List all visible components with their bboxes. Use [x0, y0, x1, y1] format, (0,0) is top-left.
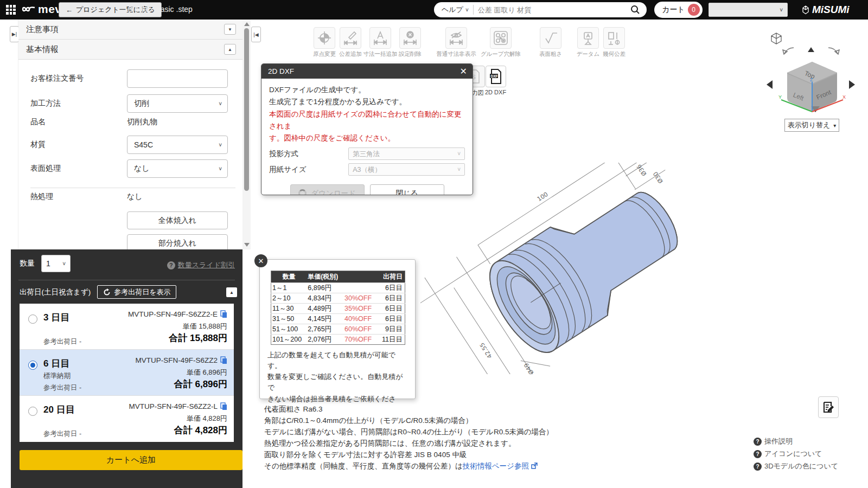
price-note: 上記の数量を超えても自動見積が可能です。 数量を変更しご確認ください。自動見積が…	[267, 350, 410, 415]
eye-slash-dimension-icon	[449, 31, 463, 45]
svg-text:Ø30: Ø30	[652, 170, 665, 184]
svg-text:Y: Y	[778, 94, 782, 100]
tool-origin-change[interactable]: 原点変更	[311, 27, 337, 58]
download-button-disabled: ダウンロード	[290, 184, 365, 195]
copy-icon[interactable]	[220, 402, 227, 410]
heat-partial-wrap: 部分焼入れ	[127, 234, 228, 249]
close-icon[interactable]: ✕	[460, 66, 467, 76]
help-scope-select[interactable]: ヘルプ ˅	[434, 5, 474, 15]
method-select[interactable]: 切削 ˅	[127, 94, 228, 113]
radio-selected[interactable]	[28, 361, 37, 370]
top-bar: meviy ← プロジェクト一覧に戻る 10_FAtp_basic .step …	[0, 0, 868, 20]
isometric-view-icon[interactable]	[770, 33, 782, 44]
dxf-dialog: 2D DXF ✕ DXFファイルの生成中です。 生成完了まで1分程度かかる見込み…	[261, 63, 473, 195]
question-icon: ?	[754, 450, 762, 458]
ship-option-6day[interactable]: 6 日目 標準納期 参考出荷日 - MVTUP-SFN-49F-S6ZZ2 単価…	[20, 350, 234, 396]
close-icon[interactable]: ✕	[254, 254, 267, 267]
notice-expand-button[interactable]: ▼	[224, 24, 236, 35]
view-switch-button[interactable]: 表示切り替え ▾	[784, 119, 839, 132]
divider	[18, 280, 235, 280]
datum-icon	[581, 31, 595, 45]
collapse-panel-button[interactable]: |◀	[251, 27, 261, 42]
heat-partial-button[interactable]: 部分焼入れ	[127, 234, 228, 249]
tool-group-hole-release[interactable]: グループ穴解除	[477, 27, 524, 58]
edit-note-button[interactable]	[818, 396, 839, 418]
paper-size-row: 用紙サイズ A3（横） ˅	[269, 163, 465, 176]
surface-select[interactable]: なし ˅	[127, 159, 228, 178]
panel-scrollbar[interactable]	[242, 20, 251, 249]
dxf-warning: 本図面の尺度は用紙サイズの図枠に合わせて自動的に変更されま す。図枠中の尺度をご…	[269, 108, 465, 145]
price-table-popup: ✕ 数量 単価(税別) 出荷日 1～16,896円 6日目 2～104,834円…	[259, 259, 416, 399]
expand-panel-button[interactable]: ▶|	[10, 26, 19, 42]
ship-collapse-button[interactable]: ▲	[226, 287, 237, 297]
svg-text:Z: Z	[810, 77, 813, 82]
dxf-dialog-titlebar: 2D DXF ✕	[261, 64, 473, 79]
basic-collapse-button[interactable]: ▲	[224, 44, 236, 55]
price-table: 数量 単価(税別) 出荷日 1～16,896円 6日目 2～104,834円 3…	[271, 271, 405, 345]
copy-icon[interactable]	[220, 310, 227, 318]
dimension-toolbar: 原点変更 公差追加 寸法一括追加 設定削除	[311, 27, 627, 58]
chevron-down-icon: ˅	[457, 165, 461, 175]
order-no-input[interactable]	[127, 69, 228, 88]
scroll-down-arrow[interactable]	[244, 243, 250, 247]
quantity-shipping-panel: 数量 1 ˅ ? 数量スライド割引 出荷日(土日祝含まず) 参考出荷日を表示 ▲…	[11, 249, 242, 488]
table-row: 11～304,489円 35%OFF6日目	[271, 304, 405, 314]
app-grid-icon[interactable]	[6, 5, 16, 15]
divider	[30, 188, 235, 188]
account-select[interactable]: ˅	[709, 3, 788, 17]
tool-tolerance-add[interactable]: 公差追加	[337, 27, 363, 58]
quantity-row: 数量 1 ˅	[20, 255, 71, 272]
add-to-cart-button[interactable]: カートへ追加	[20, 450, 242, 470]
radio-unselected[interactable]	[28, 407, 37, 416]
chevron-down-icon: ˅	[62, 261, 66, 267]
question-icon: ?	[167, 261, 175, 269]
external-link-icon[interactable]	[531, 463, 538, 469]
cart-button[interactable]: カート 0	[654, 2, 703, 18]
tool-datum[interactable]: データム	[575, 27, 601, 58]
tilt-up-icon[interactable]	[808, 47, 814, 52]
rotate-view-left-icon[interactable]	[767, 80, 773, 89]
shipping-options-card: 3 日目 参考出荷日 - MVTUP-SFN-49F-S6ZZ2-E 単価 15…	[20, 304, 234, 442]
edit-note-icon	[822, 401, 834, 413]
view-cube[interactable]: Top Left Front Z Y X	[778, 57, 846, 117]
spec-line: モデルに逃げ溝がない場合、円筒隅部はR0~R0.4の仕上がり（モデルR0.5未満…	[264, 426, 553, 438]
help-icons-link[interactable]: ? アイコンについて	[754, 449, 822, 459]
ship-option-3day[interactable]: 3 日目 参考出荷日 - MVTUP-SFN-49F-S6ZZ2-E 単価 15…	[20, 304, 234, 350]
chevron-down-icon: ▾	[833, 123, 836, 129]
help-operation-link[interactable]: ? 操作説明	[754, 436, 793, 446]
tech-info-link[interactable]: 技術情報ページ参照	[463, 462, 529, 470]
dialog-close-button[interactable]: 閉じる	[370, 184, 444, 195]
tool-normal-dim-hide[interactable]: 普通寸法非表示	[435, 27, 477, 58]
part-code: MVTUP-SFN-49F-S6ZZ2-E	[128, 310, 218, 318]
tool-geometric-tolerance[interactable]: 幾何公差	[601, 27, 627, 58]
chevron-down-icon: ˅	[219, 101, 222, 107]
help-model-color-link[interactable]: ? 3Dモデルの色について	[754, 461, 838, 471]
material-select[interactable]: S45C ˅	[127, 136, 228, 154]
rotate-view-right-icon[interactable]	[849, 80, 855, 89]
search-icon[interactable]	[630, 5, 640, 15]
scrollbar-thumb[interactable]	[244, 28, 249, 191]
scroll-up-arrow[interactable]	[244, 22, 250, 26]
copy-icon[interactable]	[220, 356, 227, 364]
tool-dimension-batch-add[interactable]: 寸法一括追加	[363, 27, 397, 58]
tool-setting-delete[interactable]: 設定削除	[397, 27, 423, 58]
quantity-discount-link[interactable]: ? 数量スライド割引	[167, 260, 235, 270]
heat-value: なし	[127, 192, 143, 202]
heat-full-button[interactable]: 全体焼入れ	[127, 211, 228, 229]
heat-full-wrap: 全体焼入れ	[127, 211, 228, 229]
chevron-down-icon: ˅	[219, 166, 222, 172]
ship-option-20day[interactable]: 20 日目 参考出荷日 - MVTUP-SFN-49F-S6ZZ2-L 単価 4…	[20, 396, 234, 442]
show-ref-ship-date-button[interactable]: 参考出荷日を表示	[97, 285, 176, 299]
quantity-select[interactable]: 1 ˅	[41, 255, 71, 272]
dxf-download-button[interactable]: DXF 2D DXF	[485, 66, 506, 95]
part-code: MVTUP-SFN-49F-S6ZZ2	[135, 356, 218, 364]
meviy-mark-icon	[22, 5, 36, 14]
geometric-tolerance-icon	[607, 31, 621, 45]
search-input[interactable]	[474, 6, 630, 14]
tool-surface-roughness[interactable]: 表面粗さ	[535, 27, 566, 58]
svg-text:100: 100	[536, 191, 550, 203]
radio-unselected[interactable]	[28, 314, 37, 324]
svg-text:X: X	[843, 94, 846, 100]
basic-info-panel: 注意事項 ▼ 基本情報 ▲ お客様注文番号 加工方法 切削 ˅ 品名 切削丸物 …	[18, 20, 242, 249]
dxf-file-icon: DXF	[489, 69, 502, 84]
